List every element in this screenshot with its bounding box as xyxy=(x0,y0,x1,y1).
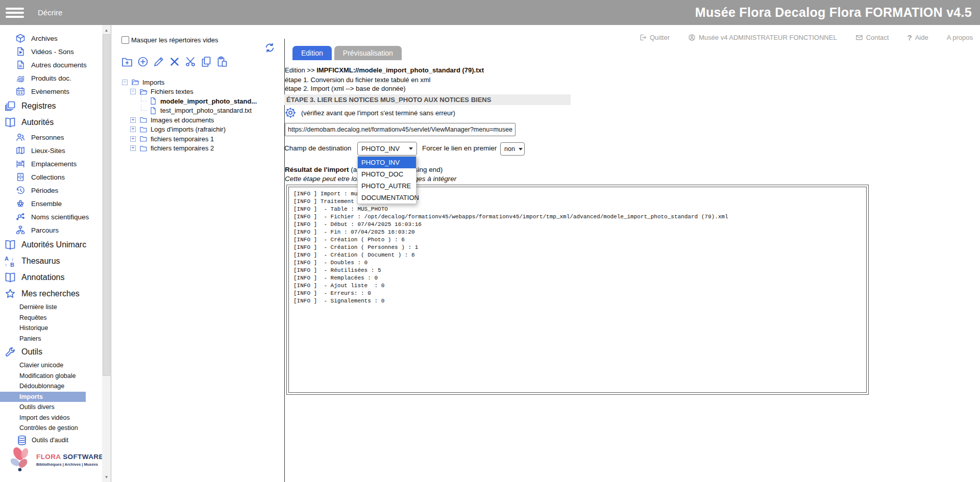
sidebar-item-autorites-unimarc[interactable]: Autorités Unimarc xyxy=(0,237,102,253)
dropdown-option-photo-inv[interactable]: PHOTO_INV xyxy=(358,157,416,168)
sidebar-scrollbar[interactable]: ▲ ▼ xyxy=(102,25,111,482)
sidebar-item-clavier-unicode[interactable]: Clavier unicode xyxy=(0,360,102,371)
sidebar-item-parcours[interactable]: Parcours xyxy=(0,223,102,237)
book-icon xyxy=(4,116,16,129)
copy-icon xyxy=(200,56,212,68)
forcer-select[interactable]: non xyxy=(500,142,525,156)
tree-row-fichiers-temporaires-1[interactable]: + fichiers temporaires 1 xyxy=(111,134,284,144)
tree-row-fichiers-textes[interactable]: − Fichiers textes xyxy=(111,87,284,97)
hamburger-icon[interactable] xyxy=(6,6,24,20)
toolbar-button-copy[interactable] xyxy=(200,56,212,68)
sidebar-item-controles-de-gestion[interactable]: Contrôles de gestion xyxy=(0,423,102,434)
folder-icon xyxy=(139,116,148,124)
sidebar-item-historique[interactable]: Historique xyxy=(0,323,102,334)
sidebar-item-evenements[interactable]: Evènements xyxy=(0,85,102,98)
sidebar-item-paniers[interactable]: Paniers xyxy=(0,334,102,344)
video-file-icon xyxy=(15,46,26,57)
tree-expander-icon[interactable]: + xyxy=(130,126,136,132)
tree-expander-icon[interactable]: + xyxy=(130,145,136,151)
champ-destination-select[interactable]: PHOTO_INV xyxy=(357,142,417,156)
sidebar-item-derniere-liste[interactable]: Dernière liste xyxy=(0,302,102,313)
tree-row-logs-dimports[interactable]: + Logs d'imports (rafraichir) xyxy=(111,125,284,135)
sidebar-item-archives[interactable]: Archives xyxy=(0,32,102,45)
sidebar-item-noms-scientifiques[interactable]: Noms scientifiques xyxy=(0,210,102,223)
sidebar-item-outils[interactable]: Outils xyxy=(0,344,102,360)
brand-text: FLORA SOFTWARE Bibliothèques | Archives … xyxy=(36,452,104,467)
sidebar-item-periodes[interactable]: Périodes xyxy=(0,184,102,197)
hide-empty-checkbox[interactable] xyxy=(121,36,129,44)
breadcrumb: Edition >> IMPFICXML://modele_import_pho… xyxy=(285,66,484,74)
translate-icon: A↓↑B xyxy=(4,255,16,267)
app-title: Musée Flora Decalog Flora FORMATION v4.5 xyxy=(695,5,972,20)
scroll-down-arrow[interactable]: ▼ xyxy=(102,473,111,481)
hide-empty-label: Masquer les répertoires vides xyxy=(131,36,218,44)
sidebar-item-videos-sons[interactable]: Vidéos - Sons xyxy=(0,45,102,58)
wrench-icon xyxy=(4,346,16,358)
tree-row-imports[interactable]: − Imports xyxy=(111,78,284,87)
user-menu[interactable]: Musée v4 ADMINISTRATEUR FONCTIONNEL xyxy=(688,34,837,41)
tree-row-modele-import-photo-standard[interactable]: modele_import_photo_stand... xyxy=(111,96,284,106)
sidebar-item-autres-documents[interactable]: Autres documents xyxy=(0,58,102,71)
sidebar-item-ensemble[interactable]: Ensemble xyxy=(0,197,102,210)
menu-decrire[interactable]: Décrire xyxy=(38,8,62,17)
tree-expander-icon[interactable]: + xyxy=(130,117,136,123)
tree-expander-icon[interactable]: + xyxy=(130,136,136,142)
toolbar-button-edit[interactable] xyxy=(153,56,165,68)
import-url-input[interactable] xyxy=(285,123,516,136)
apropos-link[interactable]: A propos xyxy=(947,34,973,41)
scroll-up-arrow[interactable]: ▲ xyxy=(102,26,111,34)
scroll-thumb[interactable] xyxy=(103,34,110,376)
file-tree: − Imports − Fichiers textes modele_impor… xyxy=(111,78,284,153)
people-icon xyxy=(15,132,26,142)
molecule-icon xyxy=(15,212,26,222)
sidebar-item-personnes[interactable]: Personnes xyxy=(0,131,102,144)
quitter-link[interactable]: Quitter xyxy=(639,34,670,41)
dropdown-option-photo-autre[interactable]: PHOTO_AUTRE xyxy=(358,180,416,192)
flora-logo: FLORA SOFTWARE Bibliothèques | Archives … xyxy=(8,445,103,473)
sidebar-item-thesaurus[interactable]: A↓↑B Thesaurus xyxy=(0,253,102,269)
tree-row-images-et-documents[interactable]: + Images et documents xyxy=(111,115,284,125)
tree-row-test-import-photo-standard[interactable]: test_import_photo_standard.txt xyxy=(111,106,284,116)
sidebar-item-lieux-sites[interactable]: Lieux-Sites xyxy=(0,144,102,157)
tree-expander-icon[interactable]: − xyxy=(122,80,128,85)
history-icon xyxy=(15,185,26,195)
tab-edition[interactable]: Edition xyxy=(292,46,332,60)
refresh-button[interactable] xyxy=(264,42,276,54)
person-icon xyxy=(688,34,696,41)
aide-link[interactable]: ? Aide xyxy=(907,33,928,42)
sidebar-item-annotations[interactable]: Annotations xyxy=(0,269,102,286)
svg-text:A: A xyxy=(5,256,9,262)
tab-previsualisation[interactable]: Prévisualisation xyxy=(334,46,402,60)
sidebar-item-outils-divers[interactable]: Outils divers xyxy=(0,402,102,413)
contact-link[interactable]: Contact xyxy=(855,34,889,41)
stack-icon xyxy=(15,73,26,83)
sidebar-item-registres[interactable]: Registres xyxy=(0,98,102,114)
sidebar-item-import-des-videos[interactable]: Import des vidéos xyxy=(0,413,102,423)
gear-icon[interactable] xyxy=(284,107,297,119)
destination-dropdown: PHOTO_INV PHOTO_DOC PHOTO_AUTRE DOCUMENT… xyxy=(357,156,416,204)
sidebar-item-produits-doc[interactable]: Produits doc. xyxy=(0,71,102,85)
dropdown-option-photo-doc[interactable]: PHOTO_DOC xyxy=(358,168,416,180)
toolbar-button-folder-add[interactable] xyxy=(121,56,133,68)
sidebar-item-requetes[interactable]: Requêtes xyxy=(0,313,102,323)
dropdown-option-documentation[interactable]: DOCUMENTATION xyxy=(358,192,416,204)
sidebar-item-mes-recherches[interactable]: Mes recherches xyxy=(0,286,102,302)
edit-icon xyxy=(153,56,165,68)
toolbar-button-cut[interactable] xyxy=(184,56,197,68)
toolbar-button-add-circle[interactable] xyxy=(137,56,149,68)
sidebar-item-imports[interactable]: Imports xyxy=(0,392,86,402)
butterfly-icon xyxy=(8,445,34,473)
tree-toolbar xyxy=(121,56,228,68)
tree-row-fichiers-temporaires-2[interactable]: + fichiers temporaires 2 xyxy=(111,144,284,154)
sidebar-item-autorites[interactable]: Autorités xyxy=(0,114,102,131)
database-icon xyxy=(16,435,28,446)
toolbar-button-paste[interactable] xyxy=(216,56,228,68)
tree-expander-icon[interactable]: − xyxy=(130,89,136,94)
sidebar-item-emplacements[interactable]: Emplacements xyxy=(0,157,102,170)
cluster-icon xyxy=(15,198,26,209)
toolbar-button-delete[interactable] xyxy=(168,56,181,68)
sidebar-item-collections[interactable]: Collections xyxy=(0,170,102,184)
sidebar-item-dedoublonnage[interactable]: Dédoublonnage xyxy=(0,381,102,392)
sidebar-item-modification-globale[interactable]: Modification globale xyxy=(0,371,102,382)
file-icon xyxy=(149,97,158,105)
